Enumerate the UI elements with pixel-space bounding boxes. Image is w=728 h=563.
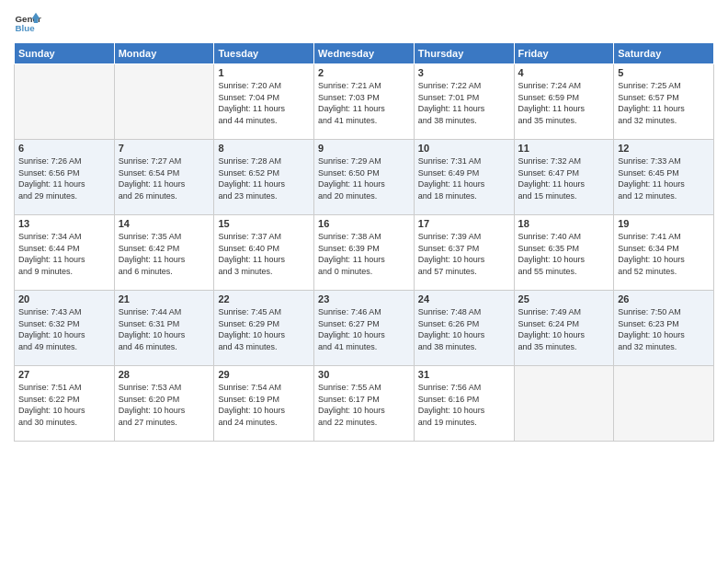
- day-number: 28: [119, 369, 210, 380]
- calendar-cell: 18Sunrise: 7:40 AMSunset: 6:35 PMDayligh…: [514, 215, 614, 291]
- calendar-cell: 8Sunrise: 7:28 AMSunset: 6:52 PMDaylight…: [214, 140, 314, 215]
- calendar-cell: 13Sunrise: 7:34 AMSunset: 6:44 PMDayligh…: [15, 215, 115, 291]
- calendar-cell: [15, 64, 115, 140]
- day-info: Sunrise: 7:44 AMSunset: 6:31 PMDaylight:…: [119, 306, 210, 352]
- calendar-cell: 5Sunrise: 7:25 AMSunset: 6:57 PMDaylight…: [614, 64, 714, 140]
- day-info: Sunrise: 7:46 AMSunset: 6:27 PMDaylight:…: [318, 306, 410, 352]
- main-container: General Blue SundayMondayTuesdayWednesda…: [0, 0, 728, 451]
- day-info: Sunrise: 7:37 AMSunset: 6:40 PMDaylight:…: [218, 231, 310, 277]
- calendar-cell: [114, 64, 214, 140]
- day-number: 14: [119, 218, 210, 229]
- day-info: Sunrise: 7:45 AMSunset: 6:29 PMDaylight:…: [218, 306, 310, 352]
- calendar-cell: 15Sunrise: 7:37 AMSunset: 6:40 PMDayligh…: [214, 215, 314, 291]
- day-info: Sunrise: 7:25 AMSunset: 6:57 PMDaylight:…: [618, 80, 710, 126]
- calendar-cell: 1Sunrise: 7:20 AMSunset: 7:04 PMDaylight…: [214, 64, 314, 140]
- day-number: 26: [618, 293, 710, 304]
- calendar-cell: 24Sunrise: 7:48 AMSunset: 6:26 PMDayligh…: [414, 291, 514, 366]
- calendar-cell: 29Sunrise: 7:54 AMSunset: 6:19 PMDayligh…: [214, 366, 314, 442]
- calendar-cell: 17Sunrise: 7:39 AMSunset: 6:37 PMDayligh…: [414, 215, 514, 291]
- logo: General Blue: [14, 9, 41, 37]
- calendar-cell: 16Sunrise: 7:38 AMSunset: 6:39 PMDayligh…: [314, 215, 415, 291]
- calendar-week-5: 27Sunrise: 7:51 AMSunset: 6:22 PMDayligh…: [15, 366, 714, 442]
- day-info: Sunrise: 7:43 AMSunset: 6:32 PMDaylight:…: [18, 306, 110, 352]
- calendar-cell: 27Sunrise: 7:51 AMSunset: 6:22 PMDayligh…: [15, 366, 115, 442]
- calendar-cell: [514, 366, 614, 442]
- day-info: Sunrise: 7:29 AMSunset: 6:50 PMDaylight:…: [318, 155, 410, 201]
- day-number: 31: [418, 369, 510, 380]
- day-info: Sunrise: 7:41 AMSunset: 6:34 PMDaylight:…: [618, 231, 710, 277]
- calendar-cell: 30Sunrise: 7:55 AMSunset: 6:17 PMDayligh…: [314, 366, 415, 442]
- day-number: 21: [119, 293, 210, 304]
- day-info: Sunrise: 7:56 AMSunset: 6:16 PMDaylight:…: [418, 382, 510, 428]
- day-info: Sunrise: 7:26 AMSunset: 6:56 PMDaylight:…: [18, 155, 110, 201]
- weekday-header-monday: Monday: [114, 43, 214, 64]
- day-number: 11: [518, 143, 610, 154]
- day-number: 24: [418, 293, 510, 304]
- calendar-cell: 11Sunrise: 7:32 AMSunset: 6:47 PMDayligh…: [514, 140, 614, 215]
- day-info: Sunrise: 7:28 AMSunset: 6:52 PMDaylight:…: [218, 155, 310, 201]
- calendar-cell: 9Sunrise: 7:29 AMSunset: 6:50 PMDaylight…: [314, 140, 415, 215]
- day-info: Sunrise: 7:38 AMSunset: 6:39 PMDaylight:…: [318, 231, 410, 277]
- calendar-week-3: 13Sunrise: 7:34 AMSunset: 6:44 PMDayligh…: [15, 215, 714, 291]
- calendar-cell: [614, 366, 714, 442]
- day-info: Sunrise: 7:53 AMSunset: 6:20 PMDaylight:…: [119, 382, 210, 428]
- calendar-cell: 3Sunrise: 7:22 AMSunset: 7:01 PMDaylight…: [414, 64, 514, 140]
- day-number: 6: [18, 143, 110, 154]
- calendar-cell: 20Sunrise: 7:43 AMSunset: 6:32 PMDayligh…: [15, 291, 115, 366]
- day-number: 16: [318, 218, 410, 229]
- day-number: 17: [418, 218, 510, 229]
- day-number: 10: [418, 143, 510, 154]
- day-number: 9: [318, 143, 410, 154]
- day-info: Sunrise: 7:50 AMSunset: 6:23 PMDaylight:…: [618, 306, 710, 352]
- day-info: Sunrise: 7:55 AMSunset: 6:17 PMDaylight:…: [318, 382, 410, 428]
- day-number: 30: [318, 369, 410, 380]
- day-info: Sunrise: 7:27 AMSunset: 6:54 PMDaylight:…: [119, 155, 210, 201]
- calendar-cell: 25Sunrise: 7:49 AMSunset: 6:24 PMDayligh…: [514, 291, 614, 366]
- day-info: Sunrise: 7:22 AMSunset: 7:01 PMDaylight:…: [418, 80, 510, 126]
- day-number: 22: [218, 293, 310, 304]
- weekday-header-sunday: Sunday: [15, 43, 115, 64]
- day-number: 18: [518, 218, 610, 229]
- calendar-cell: 21Sunrise: 7:44 AMSunset: 6:31 PMDayligh…: [114, 291, 214, 366]
- calendar-cell: 19Sunrise: 7:41 AMSunset: 6:34 PMDayligh…: [614, 215, 714, 291]
- calendar-week-1: 1Sunrise: 7:20 AMSunset: 7:04 PMDaylight…: [15, 64, 714, 140]
- day-number: 5: [618, 67, 710, 78]
- calendar-cell: 22Sunrise: 7:45 AMSunset: 6:29 PMDayligh…: [214, 291, 314, 366]
- day-info: Sunrise: 7:31 AMSunset: 6:49 PMDaylight:…: [418, 155, 510, 201]
- calendar-cell: 28Sunrise: 7:53 AMSunset: 6:20 PMDayligh…: [114, 366, 214, 442]
- day-number: 4: [518, 67, 610, 78]
- day-number: 23: [318, 293, 410, 304]
- calendar-cell: 14Sunrise: 7:35 AMSunset: 6:42 PMDayligh…: [114, 215, 214, 291]
- day-info: Sunrise: 7:33 AMSunset: 6:45 PMDaylight:…: [618, 155, 710, 201]
- weekday-header-wednesday: Wednesday: [314, 43, 415, 64]
- weekday-header-tuesday: Tuesday: [214, 43, 314, 64]
- logo-icon: General Blue: [14, 9, 41, 37]
- calendar-cell: 10Sunrise: 7:31 AMSunset: 6:49 PMDayligh…: [414, 140, 514, 215]
- day-info: Sunrise: 7:49 AMSunset: 6:24 PMDaylight:…: [518, 306, 610, 352]
- weekday-header-friday: Friday: [514, 43, 614, 64]
- day-info: Sunrise: 7:40 AMSunset: 6:35 PMDaylight:…: [518, 231, 610, 277]
- day-info: Sunrise: 7:35 AMSunset: 6:42 PMDaylight:…: [119, 231, 210, 277]
- day-number: 2: [318, 67, 410, 78]
- day-number: 15: [218, 218, 310, 229]
- calendar-cell: 12Sunrise: 7:33 AMSunset: 6:45 PMDayligh…: [614, 140, 714, 215]
- calendar-cell: 31Sunrise: 7:56 AMSunset: 6:16 PMDayligh…: [414, 366, 514, 442]
- day-info: Sunrise: 7:21 AMSunset: 7:03 PMDaylight:…: [318, 80, 410, 126]
- day-info: Sunrise: 7:48 AMSunset: 6:26 PMDaylight:…: [418, 306, 510, 352]
- calendar-cell: 6Sunrise: 7:26 AMSunset: 6:56 PMDaylight…: [15, 140, 115, 215]
- calendar-week-4: 20Sunrise: 7:43 AMSunset: 6:32 PMDayligh…: [15, 291, 714, 366]
- day-number: 25: [518, 293, 610, 304]
- day-number: 7: [119, 143, 210, 154]
- day-info: Sunrise: 7:20 AMSunset: 7:04 PMDaylight:…: [218, 80, 310, 126]
- day-number: 19: [618, 218, 710, 229]
- weekday-header-thursday: Thursday: [414, 43, 514, 64]
- calendar-cell: 23Sunrise: 7:46 AMSunset: 6:27 PMDayligh…: [314, 291, 415, 366]
- calendar-cell: 7Sunrise: 7:27 AMSunset: 6:54 PMDaylight…: [114, 140, 214, 215]
- day-number: 29: [218, 369, 310, 380]
- day-number: 8: [218, 143, 310, 154]
- day-info: Sunrise: 7:32 AMSunset: 6:47 PMDaylight:…: [518, 155, 610, 201]
- day-number: 13: [18, 218, 110, 229]
- calendar-table: SundayMondayTuesdayWednesdayThursdayFrid…: [14, 42, 714, 442]
- calendar-cell: 2Sunrise: 7:21 AMSunset: 7:03 PMDaylight…: [314, 64, 415, 140]
- calendar-week-2: 6Sunrise: 7:26 AMSunset: 6:56 PMDaylight…: [15, 140, 714, 215]
